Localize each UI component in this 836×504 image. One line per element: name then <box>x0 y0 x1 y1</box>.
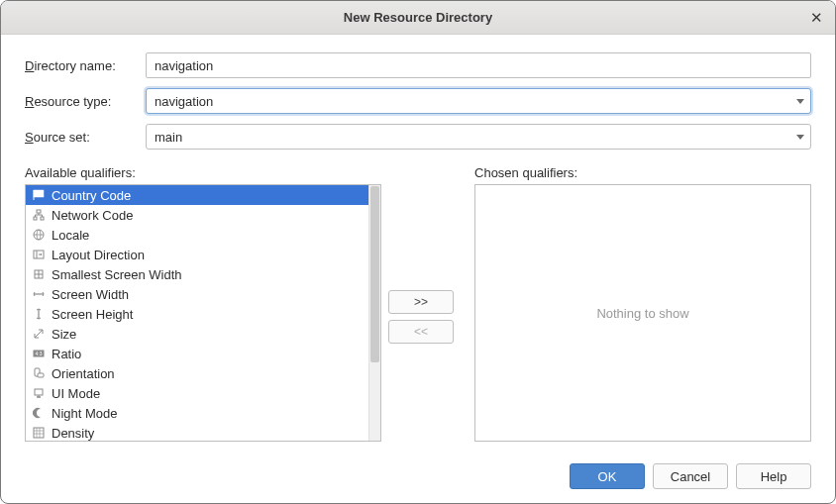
chevron-down-icon <box>796 135 804 140</box>
flag-icon <box>32 188 46 202</box>
network-icon <box>32 208 46 222</box>
layout-dir-icon <box>32 248 46 261</box>
cancel-button[interactable]: Cancel <box>653 463 728 489</box>
qualifier-item-label: Screen Width <box>52 287 129 302</box>
qualifier-item[interactable]: Size <box>26 324 368 344</box>
qualifier-item[interactable]: Screen Width <box>26 284 368 304</box>
label-source-set: Source set: <box>25 130 146 145</box>
resource-type-combo[interactable]: navigation <box>146 88 811 114</box>
scrollbar-thumb[interactable] <box>370 186 379 362</box>
qualifier-item[interactable]: Smallest Screen Width <box>26 264 368 284</box>
night-icon <box>32 406 46 420</box>
chevron-down-icon <box>796 99 804 104</box>
globe-icon <box>32 228 46 242</box>
qualifier-item[interactable]: Layout Direction <box>26 245 368 264</box>
row-resource-type: Resource type: navigation <box>25 88 811 114</box>
available-column: Available qualifiers: Country CodeNetwor… <box>25 165 381 450</box>
source-set-combo[interactable]: main <box>146 124 811 150</box>
row-directory-name: Directory name: <box>25 52 811 78</box>
qualifier-item-label: UI Mode <box>52 386 100 401</box>
qualifier-item-label: Country Code <box>52 188 131 203</box>
dialog-title: New Resource Directory <box>344 10 492 25</box>
qualifier-item[interactable]: Orientation <box>26 363 368 383</box>
ratio-icon: 4:3 <box>32 347 46 360</box>
close-button[interactable]: ✕ <box>807 9 825 27</box>
svg-rect-22 <box>38 373 44 377</box>
qualifier-item-label: Screen Height <box>52 307 133 322</box>
titlebar: New Resource Directory ✕ <box>1 1 835 35</box>
qualifier-item[interactable]: Network Code <box>26 205 368 225</box>
qualifiers-area: Available qualifiers: Country CodeNetwor… <box>25 165 811 450</box>
dialog-window: New Resource Directory ✕ Directory name:… <box>0 0 836 504</box>
resource-type-value: navigation <box>155 94 796 109</box>
svg-rect-2 <box>37 210 41 213</box>
transfer-buttons-column: >> << <box>381 165 461 450</box>
svg-rect-4 <box>41 217 44 220</box>
screen-height-icon <box>32 307 46 321</box>
chosen-qualifiers-list[interactable]: Nothing to show <box>474 184 811 442</box>
qualifier-item[interactable]: Night Mode <box>26 403 368 423</box>
dialog-content: Directory name: Resource type: navigatio… <box>1 35 835 503</box>
qualifier-item-label: Locale <box>52 228 89 243</box>
qualifier-item[interactable]: Screen Height <box>26 304 368 324</box>
qualifier-item[interactable]: 4:3Ratio <box>26 344 368 363</box>
screen-width-icon <box>32 287 46 301</box>
qualifier-item-label: Smallest Screen Width <box>52 267 182 282</box>
close-icon: ✕ <box>810 9 823 27</box>
chosen-column: Chosen qualifiers: Nothing to show <box>461 165 811 450</box>
ok-button[interactable]: OK <box>570 463 645 489</box>
qualifier-item[interactable]: Density <box>26 423 368 441</box>
qualifier-item[interactable]: Country Code <box>26 185 368 205</box>
ui-mode-icon <box>32 386 46 400</box>
directory-name-input[interactable] <box>146 52 811 78</box>
svg-text:4:3: 4:3 <box>36 351 43 356</box>
label-available-qualifiers: Available qualifiers: <box>25 165 381 180</box>
scrollbar[interactable] <box>368 185 380 441</box>
qualifier-item-label: Night Mode <box>52 406 117 421</box>
qualifier-item-label: Size <box>52 327 76 342</box>
remove-qualifier-button[interactable]: << <box>388 320 454 344</box>
orientation-icon <box>32 366 46 380</box>
svg-rect-23 <box>35 389 43 395</box>
qualifier-item-label: Network Code <box>52 208 133 223</box>
label-directory-name: Directory name: <box>25 58 146 73</box>
label-chosen-qualifiers: Chosen qualifiers: <box>474 165 811 180</box>
qualifier-item-label: Orientation <box>52 366 115 381</box>
density-icon <box>32 426 46 440</box>
svg-rect-26 <box>34 428 44 438</box>
size-icon <box>32 327 46 341</box>
row-source-set: Source set: main <box>25 124 811 150</box>
qualifier-item-label: Density <box>52 426 94 441</box>
add-qualifier-button[interactable]: >> <box>388 290 454 314</box>
svg-rect-3 <box>34 217 37 220</box>
dialog-button-bar: OK Cancel Help <box>25 450 811 489</box>
source-set-value: main <box>155 130 796 145</box>
help-button[interactable]: Help <box>736 463 811 489</box>
qualifier-item-label: Ratio <box>52 347 81 361</box>
qualifier-item[interactable]: Locale <box>26 225 368 245</box>
available-qualifiers-list[interactable]: Country CodeNetwork CodeLocaleLayout Dir… <box>25 184 381 442</box>
label-resource-type: Resource type: <box>25 94 146 109</box>
chosen-empty-text: Nothing to show <box>596 306 688 321</box>
qualifier-item-label: Layout Direction <box>52 248 145 262</box>
qualifier-item[interactable]: UI Mode <box>26 383 368 403</box>
svg-rect-0 <box>34 190 44 197</box>
smallest-width-icon <box>32 267 46 281</box>
